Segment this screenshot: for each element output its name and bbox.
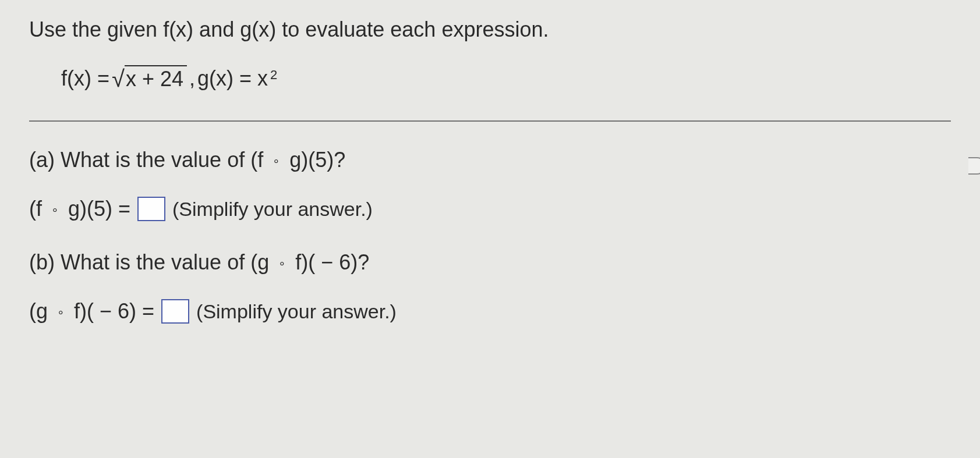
problem-page: Use the given f(x) and g(x) to evaluate … [0, 0, 980, 458]
part-b-prompt: (b) What is the value of (g ∘ f)( − 6)? [29, 250, 951, 275]
part-a-answer-mid: g)(5) = [62, 197, 130, 221]
function-definitions: f(x) = √ x + 24 , g(x) = x2 [61, 65, 951, 91]
part-b-prefix: (b) What is the value of (g [29, 250, 275, 274]
section-divider [29, 120, 951, 122]
f-label: f(x) = [61, 66, 109, 91]
g-exponent: 2 [270, 68, 277, 83]
part-b-answer-line: (g ∘ f)( − 6) = (Simplify your answer.) [29, 299, 951, 324]
part-a-suffix: g)(5)? [284, 148, 345, 172]
part-a-prompt: (a) What is the value of (f ∘ g)(5)? [29, 148, 951, 172]
part-b-answer-input[interactable] [161, 299, 189, 324]
part-b-answer-mid: f)( − 6) = [68, 299, 154, 323]
instruction-text: Use the given f(x) and g(x) to evaluate … [29, 17, 951, 42]
formula-separator: , [189, 66, 195, 91]
g-label: g(x) = x [197, 66, 268, 91]
compose-icon: ∘ [54, 306, 68, 319]
compose-icon: ∘ [48, 204, 62, 216]
sqrt-expression: √ x + 24 [112, 65, 187, 91]
part-a-hint: (Simplify your answer.) [172, 198, 373, 221]
part-a-answer-prefix: (f [29, 197, 48, 221]
part-a-answer-label: (f ∘ g)(5) = [29, 197, 130, 221]
part-b-hint: (Simplify your answer.) [196, 300, 397, 323]
compose-icon: ∘ [269, 155, 284, 168]
part-b-block: (b) What is the value of (g ∘ f)( − 6)? … [29, 250, 951, 324]
part-a-answer-input[interactable] [137, 197, 165, 221]
part-b-answer-label: (g ∘ f)( − 6) = [29, 299, 154, 324]
part-a-block: (a) What is the value of (f ∘ g)(5)? (f … [29, 148, 951, 221]
sqrt-icon: √ [112, 67, 125, 90]
part-b-answer-prefix: (g [29, 299, 54, 323]
part-b-suffix: f)( − 6)? [289, 250, 369, 274]
part-a-prefix: (a) What is the value of (f [29, 148, 269, 172]
compose-icon: ∘ [275, 257, 289, 270]
page-binding-icon [968, 157, 980, 175]
part-a-answer-line: (f ∘ g)(5) = (Simplify your answer.) [29, 197, 951, 221]
sqrt-body: x + 24 [125, 65, 187, 91]
